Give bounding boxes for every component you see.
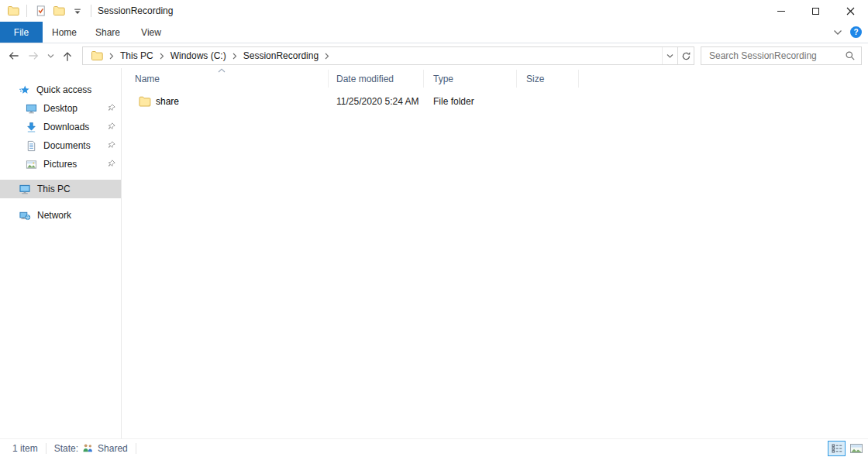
chevron-down-icon bbox=[833, 29, 842, 36]
breadcrumb: This PC Windows (C:) SessionRecording bbox=[83, 47, 662, 64]
pin-icon[interactable] bbox=[108, 104, 115, 112]
properties-button[interactable] bbox=[33, 3, 47, 19]
column-label: Type bbox=[433, 74, 453, 84]
state-value: Shared bbox=[98, 443, 128, 454]
quick-access-toolbar bbox=[0, 3, 93, 19]
magnifier-icon bbox=[845, 50, 856, 61]
search-box bbox=[701, 46, 862, 65]
pin-icon[interactable] bbox=[108, 141, 115, 149]
sidebar-item-label: Pictures bbox=[43, 159, 77, 170]
folder-icon bbox=[138, 95, 151, 108]
recent-locations-button[interactable] bbox=[43, 46, 57, 66]
star-icon bbox=[19, 84, 30, 96]
separator bbox=[46, 443, 46, 454]
minimize-icon bbox=[777, 11, 785, 12]
sidebar-item-label: Downloads bbox=[43, 122, 89, 132]
sidebar-item-downloads[interactable]: Downloads bbox=[0, 118, 121, 136]
new-folder-button[interactable] bbox=[52, 3, 66, 19]
sidebar-item-quick-access[interactable]: Quick access bbox=[0, 81, 121, 99]
maximize-button[interactable] bbox=[798, 0, 833, 22]
file-date-cell: 11/25/2020 5:24 AM bbox=[329, 96, 424, 107]
file-type-cell: File folder bbox=[424, 96, 517, 107]
column-label: Date modified bbox=[336, 74, 394, 84]
file-row-share[interactable]: share 11/25/2020 5:24 AM File folder bbox=[122, 93, 868, 110]
share-state: State: Shared bbox=[54, 443, 128, 454]
sidebar-spacer bbox=[0, 198, 121, 206]
up-icon bbox=[62, 50, 73, 62]
sidebar-item-label: This PC bbox=[37, 184, 71, 194]
sidebar-item-label: Quick access bbox=[36, 84, 91, 95]
pin-icon[interactable] bbox=[108, 160, 115, 167]
large-icons-view-button[interactable] bbox=[847, 441, 865, 456]
view-toggles bbox=[828, 441, 865, 456]
refresh-button[interactable] bbox=[678, 46, 694, 65]
pin-icon[interactable] bbox=[108, 122, 115, 130]
sidebar-item-this-pc[interactable]: This PC bbox=[0, 180, 121, 198]
column-header-name[interactable]: Name bbox=[122, 70, 329, 88]
minimize-button[interactable] bbox=[763, 0, 798, 22]
breadcrumb-sessionrecording[interactable]: SessionRecording bbox=[238, 47, 324, 64]
details-view-icon bbox=[832, 444, 842, 453]
tab-home[interactable]: Home bbox=[43, 22, 86, 43]
customize-qat-button[interactable] bbox=[71, 3, 84, 19]
column-header-type[interactable]: Type bbox=[424, 70, 517, 88]
file-name: share bbox=[156, 96, 179, 107]
close-icon bbox=[846, 7, 855, 15]
desktop-icon bbox=[26, 103, 37, 115]
maximize-icon bbox=[812, 8, 819, 15]
column-label: Name bbox=[135, 74, 160, 84]
column-headers: Name Date modified Type Size bbox=[122, 70, 868, 88]
expand-ribbon-button[interactable] bbox=[833, 29, 842, 36]
sort-ascending-icon bbox=[217, 68, 226, 73]
close-button[interactable] bbox=[833, 0, 868, 22]
file-name-cell: share bbox=[122, 95, 329, 108]
tab-view[interactable]: View bbox=[129, 22, 173, 43]
address-bar-row: This PC Windows (C:) SessionRecording bbox=[0, 43, 868, 68]
back-icon bbox=[7, 50, 20, 61]
separator bbox=[136, 443, 136, 454]
window-folder-icon bbox=[6, 3, 20, 19]
search-button[interactable] bbox=[845, 50, 861, 61]
main-area: Quick access Desktop Downloads Documents… bbox=[0, 68, 868, 438]
breadcrumb-chevron-icon[interactable] bbox=[324, 53, 330, 60]
ribbon-right-controls: ? bbox=[833, 22, 868, 43]
navigation-pane: Quick access Desktop Downloads Documents… bbox=[0, 68, 122, 438]
sidebar-item-network[interactable]: Network bbox=[0, 206, 121, 225]
breadcrumb-folder-icon[interactable] bbox=[88, 47, 108, 64]
breadcrumb-this-pc[interactable]: This PC bbox=[115, 47, 159, 64]
pictures-icon bbox=[26, 159, 37, 170]
network-icon bbox=[19, 210, 31, 222]
sidebar-item-desktop[interactable]: Desktop bbox=[0, 99, 121, 118]
tab-file[interactable]: File bbox=[0, 22, 43, 43]
window-title: SessionRecording bbox=[98, 5, 173, 16]
details-view-button[interactable] bbox=[828, 441, 846, 456]
forward-button[interactable] bbox=[23, 46, 43, 66]
sidebar-item-label: Documents bbox=[43, 140, 91, 151]
breadcrumb-chevron-icon[interactable] bbox=[232, 53, 238, 60]
separator bbox=[26, 5, 27, 17]
chevron-down-icon bbox=[666, 53, 673, 59]
address-dropdown-button[interactable] bbox=[662, 47, 677, 64]
breadcrumb-windows-c[interactable]: Windows (C:) bbox=[165, 47, 232, 64]
sidebar-item-label: Network bbox=[37, 210, 71, 221]
qat-dropdown-icon bbox=[74, 8, 81, 15]
sidebar-item-pictures[interactable]: Pictures bbox=[0, 155, 121, 174]
breadcrumb-chevron-icon[interactable] bbox=[159, 53, 165, 60]
column-header-size[interactable]: Size bbox=[517, 70, 579, 88]
file-explorer-window: SessionRecording File Home Share View ? bbox=[0, 0, 868, 457]
help-button[interactable]: ? bbox=[850, 26, 862, 38]
up-button[interactable] bbox=[57, 46, 78, 66]
back-button[interactable] bbox=[3, 46, 23, 66]
shared-people-icon bbox=[81, 443, 95, 453]
sidebar-spacer bbox=[0, 174, 121, 180]
breadcrumb-chevron-icon[interactable] bbox=[108, 53, 115, 60]
status-bar: 1 item State: Shared bbox=[0, 438, 868, 457]
state-label: State: bbox=[54, 443, 78, 454]
search-input[interactable] bbox=[701, 50, 845, 61]
tab-share[interactable]: Share bbox=[86, 22, 129, 43]
column-header-date-modified[interactable]: Date modified bbox=[329, 70, 424, 88]
new-folder-icon bbox=[53, 5, 65, 17]
address-bar[interactable]: This PC Windows (C:) SessionRecording bbox=[82, 46, 678, 65]
item-count: 1 item bbox=[12, 443, 38, 454]
sidebar-item-documents[interactable]: Documents bbox=[0, 136, 121, 155]
